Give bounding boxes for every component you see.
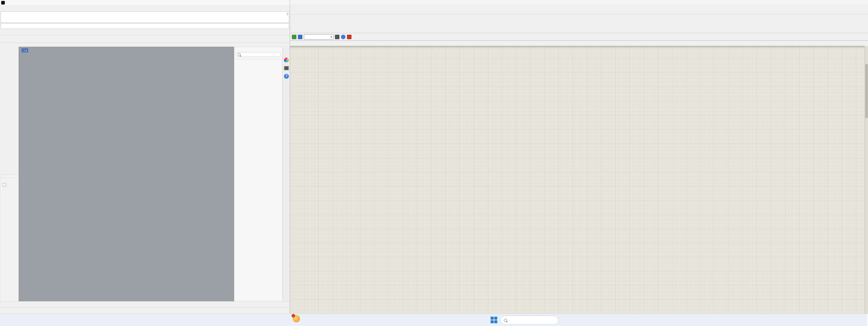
chevron-down-icon: ▾ xyxy=(331,35,332,38)
gh-component-tabs xyxy=(290,9,868,14)
scrollbar-thumb[interactable] xyxy=(865,64,868,118)
gh-ribbon xyxy=(290,14,868,33)
zoom-extents-icon[interactable] xyxy=(335,35,339,39)
gh-window-buttons xyxy=(845,0,868,4)
close-button[interactable] xyxy=(281,0,290,5)
maximize-button[interactable] xyxy=(852,0,861,4)
screen: ▲▼ ▾ xyxy=(0,0,868,326)
start-button[interactable] xyxy=(490,316,498,324)
wires-layer xyxy=(290,46,868,314)
rhino-app-icon xyxy=(1,1,5,4)
open-file-icon[interactable] xyxy=(292,35,297,39)
show-desktop-sliver[interactable] xyxy=(866,314,868,326)
rhino-statusbar xyxy=(0,307,290,314)
taskbar-center xyxy=(490,316,563,325)
gh-canvas[interactable] xyxy=(290,46,868,314)
viewport-top[interactable]: ▾ xyxy=(19,47,234,302)
close-button[interactable] xyxy=(861,0,868,4)
history-scroll[interactable]: ▲▼ xyxy=(286,12,288,16)
search-icon xyxy=(504,319,507,322)
zoom-select[interactable]: ▾ xyxy=(304,34,333,39)
gh-canvas-toolbar: ▾ xyxy=(290,33,868,41)
rhino-menubar xyxy=(0,6,290,11)
minimize-button[interactable] xyxy=(264,0,272,5)
viewport-label[interactable]: ▾ xyxy=(21,48,28,52)
command-prompt[interactable] xyxy=(1,23,289,29)
save-file-icon[interactable] xyxy=(298,35,302,39)
gh-titlebar xyxy=(290,0,868,4)
rhino-titlebar xyxy=(0,0,290,6)
command-history: ▲▼ xyxy=(1,11,289,23)
layer-columns xyxy=(234,58,282,59)
weather-icon xyxy=(293,315,300,322)
grasshopper-window: ▾ xyxy=(290,0,868,314)
search-icon xyxy=(238,53,241,56)
rhino-main-area: ▾ xyxy=(0,47,290,302)
taskbar-search[interactable] xyxy=(501,316,558,325)
layer-toolbar-2 xyxy=(234,50,282,51)
layer-search[interactable] xyxy=(236,52,281,57)
taskbar xyxy=(0,314,868,326)
weather-widget[interactable] xyxy=(293,315,302,322)
gh-menubar xyxy=(290,4,868,9)
chevron-down-icon[interactable]: ▾ xyxy=(24,50,27,52)
rhino-window: ▲▼ ▾ xyxy=(0,0,290,314)
viewport-tabs xyxy=(0,301,290,307)
notification-badge xyxy=(291,314,295,318)
maximize-button[interactable] xyxy=(272,0,281,5)
layers-panel xyxy=(234,47,282,302)
panel-tab-strip: ? xyxy=(282,47,290,313)
preview-eye-icon[interactable] xyxy=(341,35,345,39)
rhino-toolbar-tabs xyxy=(0,29,290,35)
display-icon[interactable] xyxy=(284,66,289,70)
color-wheel-icon[interactable] xyxy=(284,58,289,62)
checkbox[interactable] xyxy=(3,183,6,186)
rhino-toolbar-icons xyxy=(0,35,290,43)
help-icon[interactable]: ? xyxy=(284,74,289,79)
minimize-button[interactable] xyxy=(845,0,852,4)
rhino-window-buttons xyxy=(264,0,290,5)
canvas-scrollbar[interactable] xyxy=(864,46,868,314)
sketch-pen-icon[interactable] xyxy=(347,35,351,39)
